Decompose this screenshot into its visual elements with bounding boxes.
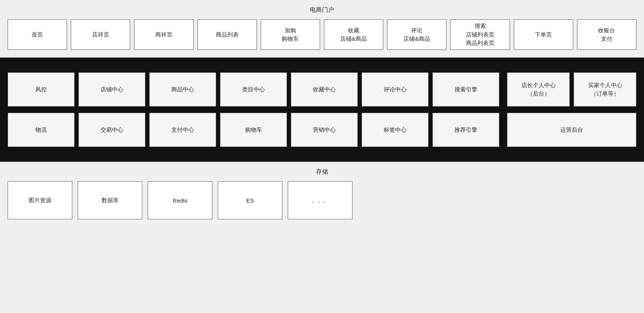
service-box-risk: 风控 — [8, 72, 75, 107]
section-services: 风控店铺中心商品中心类目中心收藏中心评论中心搜索引擎 店长个人中心 （后台）买家… — [0, 59, 644, 161]
service-box-search-engine: 搜索引擎 — [432, 72, 499, 107]
right-box-ops-backend: 运营后台 — [507, 113, 636, 147]
portal-box-checkout: 收银台 支付 — [577, 19, 636, 50]
services-row2-right: 运营后台 — [507, 113, 636, 147]
service-box-trade-center: 交易中心 — [78, 113, 145, 147]
storage-title: 存储 — [8, 168, 636, 176]
portal-box-review: 评论 店铺&商品 — [387, 19, 446, 50]
storage-box-more: 。。。 — [288, 181, 352, 219]
storage-box-image-resources: 图片资源 — [8, 181, 72, 219]
service-box-tag-center: 标签中心 — [362, 113, 429, 147]
storage-box-es: ES — [218, 181, 282, 219]
services-row2-left: 物流交易中心支付中心购物车营销中心标签中心推荐引擎 — [8, 113, 499, 147]
portal-box-home: 首页 — [8, 19, 67, 50]
portal-box-product-detail: 商祥页 — [134, 19, 193, 50]
storage-box-redis: Redis — [148, 181, 212, 219]
section-portal: 电商门户 首页店祥页商祥页商品列表加购 购物车收藏 店铺&商品评论 店铺&商品搜… — [0, 0, 644, 59]
portal-title: 电商门户 — [8, 6, 636, 14]
service-box-shopping-cart: 购物车 — [220, 113, 287, 147]
storage-boxes: 图片资源数据库RedisES。。。 — [8, 181, 636, 219]
portal-box-shop-detail: 店祥页 — [71, 19, 130, 50]
service-box-marketing-center: 营销中心 — [291, 113, 358, 147]
services-row-2: 物流交易中心支付中心购物车营销中心标签中心推荐引擎 运营后台 — [8, 110, 636, 153]
portal-box-product-list: 商品列表 — [198, 19, 257, 50]
service-box-category-center: 类目中心 — [220, 72, 287, 107]
service-box-favorite-center: 收藏中心 — [291, 72, 358, 107]
right-box-buyer-center: 买家个人中心 （订单等） — [574, 72, 636, 107]
service-box-payment-center: 支付中心 — [149, 113, 216, 147]
portal-box-order: 下单页 — [514, 19, 573, 50]
service-box-recommend-engine: 推荐引擎 — [432, 113, 499, 147]
services-row1-right: 店长个人中心 （后台）买家个人中心 （订单等） — [507, 72, 636, 107]
portal-box-favorite: 收藏 店铺&商品 — [324, 19, 383, 50]
service-box-review-center: 评论中心 — [362, 72, 429, 107]
portal-boxes: 首页店祥页商祥页商品列表加购 购物车收藏 店铺&商品评论 店铺&商品搜索 店铺列… — [8, 19, 636, 50]
section-storage: 存储 图片资源数据库RedisES。。。 — [0, 161, 644, 227]
service-box-logistics: 物流 — [8, 113, 75, 147]
right-box-shop-owner-center: 店长个人中心 （后台） — [507, 72, 570, 107]
service-box-shop-center: 店铺中心 — [78, 72, 145, 107]
portal-box-search: 搜索 店铺列表页 商品列表页 — [450, 19, 510, 50]
services-row-1: 风控店铺中心商品中心类目中心收藏中心评论中心搜索引擎 店长个人中心 （后台）买家… — [8, 66, 636, 110]
page-wrapper: 电商门户 首页店祥页商祥页商品列表加购 购物车收藏 店铺&商品评论 店铺&商品搜… — [0, 0, 644, 313]
services-row1-left: 风控店铺中心商品中心类目中心收藏中心评论中心搜索引擎 — [8, 72, 499, 107]
portal-box-cart: 加购 购物车 — [261, 19, 320, 50]
service-box-product-center: 商品中心 — [149, 72, 216, 107]
storage-box-database: 数据库 — [78, 181, 142, 219]
